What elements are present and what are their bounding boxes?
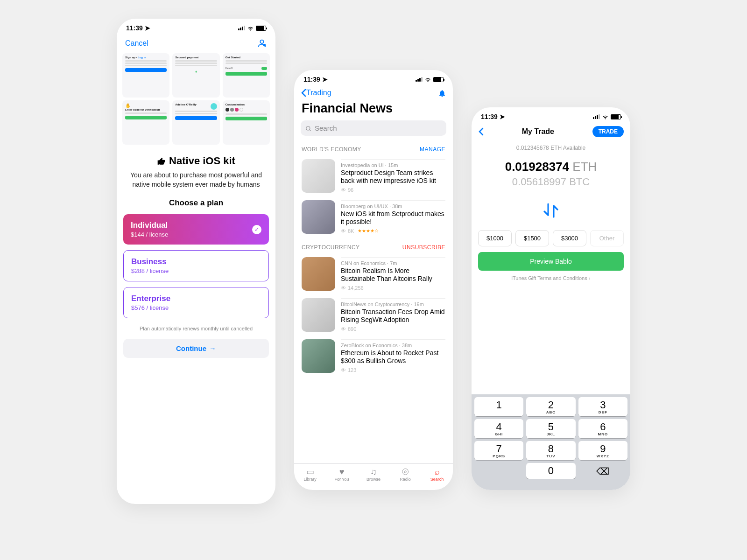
key-2[interactable]: 2ABC (526, 397, 575, 416)
status-time: 11:39 (126, 24, 143, 32)
key-4[interactable]: 4GHI (474, 419, 523, 438)
tab-search[interactable]: ⌕Search (421, 467, 453, 482)
key-0[interactable]: 0 (526, 463, 575, 479)
secondary-amount: 0.05618997 BTC (472, 176, 630, 188)
thumbnail (302, 200, 335, 234)
chip-1500[interactable]: $1500 (515, 230, 549, 246)
music-icon: ♫ (358, 467, 389, 477)
key-7[interactable]: 7PQRS (474, 441, 523, 460)
wifi-icon (602, 113, 609, 120)
search-icon (305, 124, 312, 132)
eye-icon: 👁 (341, 187, 346, 193)
preview-getstarted: Get StartedFaceID (223, 53, 270, 98)
preview-code: ✋Enter code for verification (122, 100, 169, 145)
arrow-right-icon: → (209, 344, 216, 352)
backspace-icon: ⌫ (596, 466, 609, 477)
heart-icon: ♥ (326, 467, 358, 477)
thumbnail (302, 159, 335, 193)
back-button[interactable]: Trading (301, 89, 331, 97)
tab-library[interactable]: ▭Library (294, 467, 326, 482)
battery-icon (611, 114, 621, 119)
continue-button[interactable]: Continue → (123, 339, 269, 358)
battery-icon (256, 26, 266, 31)
nav-bar: Cancel (117, 35, 275, 53)
chip-3000[interactable]: $3000 (553, 230, 586, 246)
key-8[interactable]: 8TUV (526, 441, 575, 460)
search-icon: ⌕ (421, 467, 453, 477)
status-bar: 11:39 ➤ (117, 19, 275, 35)
wifi-icon (424, 76, 431, 83)
choose-heading: Choose a plan (117, 198, 275, 208)
tab-foryou[interactable]: ♥For You (326, 467, 358, 482)
news-item[interactable]: Investopedia on UI · 15m Setproduct Desi… (294, 155, 453, 196)
key-6[interactable]: 6MNO (578, 419, 627, 438)
swap-icon[interactable] (472, 199, 630, 222)
thumbnail (302, 339, 335, 373)
svg-point-1 (263, 44, 266, 47)
profile-icon[interactable] (257, 38, 267, 49)
status-time: 11:39 (303, 76, 320, 83)
preview-signup: Sign up · Log in (122, 53, 169, 98)
phone-plans: 11:39 ➤ Cancel Sign up · Log in Secured … (117, 19, 275, 504)
numeric-keypad: 1 2ABC 3DEF 4GHI 5JKL 6MNO 7PQRS 8TUV 9W… (472, 394, 630, 490)
search-input[interactable]: Search (301, 120, 446, 136)
news-item[interactable]: ZeroBlock on Economics · 38m Ethereum is… (294, 336, 453, 377)
bell-icon[interactable] (438, 89, 446, 98)
news-item[interactable]: CNN on Economics · 7m Bitcoin Realism Is… (294, 253, 453, 294)
news-item[interactable]: Bloomberg on UI/UX · 38m New iOS kit fro… (294, 196, 453, 238)
eye-icon: 👁 (341, 367, 346, 373)
nav-bar: Trading (294, 87, 453, 99)
plan-business[interactable]: Business $288 / license (123, 250, 269, 281)
key-blank (474, 463, 523, 479)
cancel-button[interactable]: Cancel (125, 39, 148, 48)
preview-payment: Secured payment◉ (172, 53, 219, 98)
tab-browse[interactable]: ♫Browse (358, 467, 389, 482)
page-title: My Trade (522, 127, 554, 136)
section-head-crypto: CRYPTOCURRENCY UNSUBSCRIBE (294, 238, 453, 253)
key-9[interactable]: 9WXYZ (578, 441, 627, 460)
location-icon: ➤ (500, 113, 505, 120)
chip-1000[interactable]: $1000 (478, 230, 512, 246)
page-description: You are about to purchase most powerful … (117, 171, 275, 189)
key-5[interactable]: 5JKL (526, 419, 575, 438)
tab-bar: ▭Library ♥For You ♫Browse ⦾Radio ⌕Search (294, 463, 453, 490)
plan-enterprise[interactable]: Enterprise $576 / license (123, 287, 269, 318)
renew-note: Plan automatically renews monthly until … (117, 326, 275, 331)
page-title: Financial News (294, 99, 453, 120)
manage-button[interactable]: MANAGE (420, 146, 445, 153)
library-icon: ▭ (294, 467, 326, 477)
key-delete[interactable]: ⌫ (578, 463, 627, 479)
key-1[interactable]: 1 (474, 397, 523, 416)
thumbsup-icon (157, 155, 166, 167)
key-3[interactable]: 3DEF (578, 397, 627, 416)
plan-individual[interactable]: Individual $144 / license ✓ (123, 214, 269, 245)
available-balance: 0.012345678 ETH Available (472, 145, 630, 151)
battery-icon (433, 77, 444, 82)
preview-customize: Customization (223, 100, 270, 145)
preview-button[interactable]: Preview Bablo (478, 252, 624, 271)
chip-other[interactable]: Other (590, 230, 624, 246)
thumbnail (302, 298, 335, 332)
preview-profile: Adeline O'Reilly (172, 100, 219, 145)
preview-grid: Sign up · Log in Secured payment◉ Get St… (117, 53, 275, 145)
back-button[interactable] (478, 127, 484, 136)
section-head-economy: WORLD'S ECONOMY MANAGE (294, 140, 453, 155)
wifi-icon (247, 24, 254, 32)
trade-button[interactable]: TRADE (592, 126, 624, 137)
unsubscribe-button[interactable]: UNSUBSCRIBE (402, 244, 445, 251)
amount-chips: $1000 $1500 $3000 Other (472, 230, 630, 252)
radio-icon: ⦾ (389, 467, 421, 477)
check-icon: ✓ (252, 225, 261, 234)
terms-link[interactable]: iTunes Gift Terms and Conditions › (472, 275, 630, 281)
page-heading: Native iOS kit (117, 155, 275, 167)
location-icon: ➤ (322, 76, 328, 83)
status-bar: 11:39 ➤ (294, 70, 453, 87)
primary-amount: 0.01928374 ETH (472, 160, 630, 174)
tab-radio[interactable]: ⦾Radio (389, 467, 421, 482)
svg-point-0 (260, 40, 263, 43)
eye-icon: 👁 (341, 285, 346, 291)
news-item[interactable]: BitcoiNews on Cryptocurrency · 19m Bitco… (294, 294, 453, 336)
phone-trade: 11:39 ➤ My Trade TRADE 0.012345678 ETH A… (472, 107, 630, 490)
eye-icon: 👁 (341, 228, 346, 234)
status-bar: 11:39 ➤ (472, 107, 630, 124)
